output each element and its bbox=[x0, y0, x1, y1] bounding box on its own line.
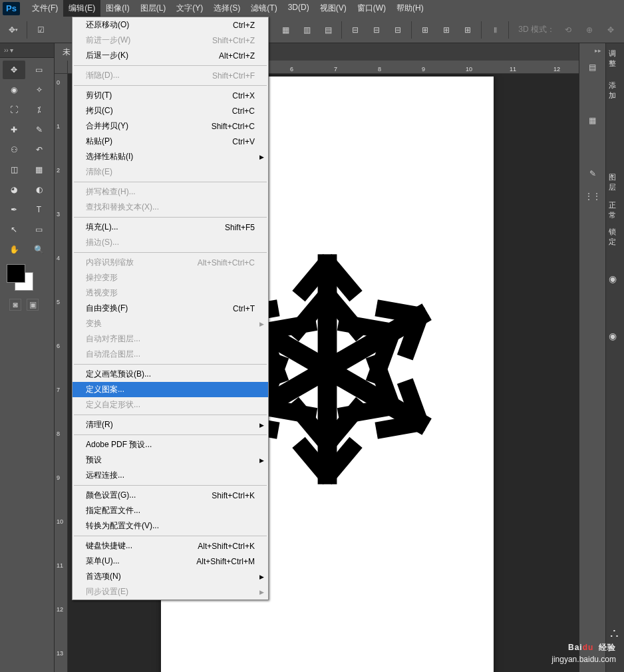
crop-tool[interactable]: ⛶ bbox=[3, 100, 25, 119]
move-tool[interactable]: ✥ bbox=[3, 61, 25, 79]
menu-separator bbox=[74, 252, 267, 253]
menu-item-后退一步K[interactable]: 后退一步(K)Alt+Ctrl+Z bbox=[73, 48, 268, 63]
path-select-tool[interactable]: ↖ bbox=[3, 220, 25, 239]
foreground-color-swatch[interactable] bbox=[7, 264, 25, 283]
menu-帮助[interactable]: 帮助(H) bbox=[391, 0, 429, 17]
menu-item-拷贝C[interactable]: 拷贝(C)Ctrl+C bbox=[73, 103, 268, 118]
adjustments-label[interactable]: 调整 bbox=[606, 46, 624, 71]
menu-编辑[interactable]: 编辑(E) bbox=[63, 0, 100, 17]
zoom-tool[interactable]: 🔍 bbox=[28, 240, 51, 259]
menu-item-指定配置文件[interactable]: 指定配置文件... bbox=[73, 503, 268, 518]
menu-item-定义画笔预设B[interactable]: 定义画笔预设(B)... bbox=[73, 367, 268, 382]
menu-item-首选项N[interactable]: 首选项(N)▶ bbox=[73, 569, 268, 584]
menu-视图[interactable]: 视图(V) bbox=[315, 0, 352, 17]
move-tool-icon[interactable]: ✥▾ bbox=[5, 22, 21, 38]
separator bbox=[341, 21, 342, 39]
menu-item-定义图案[interactable]: 定义图案... bbox=[73, 382, 268, 397]
menu-item-剪切T[interactable]: 剪切(T)Ctrl+X bbox=[73, 88, 268, 103]
menu-选择[interactable]: 选择(S) bbox=[208, 0, 245, 17]
eraser-tool[interactable]: ◫ bbox=[3, 160, 25, 179]
menu-item-自动混合图层: 自动混合图层... bbox=[73, 347, 268, 362]
menu-item-清除E: 清除(E) bbox=[73, 164, 268, 180]
menu-item-清理R[interactable]: 清理(R)▶ bbox=[73, 417, 268, 432]
distribute-icon[interactable]: ⊞ bbox=[417, 22, 433, 38]
distribute-icon[interactable]: ⊟ bbox=[347, 22, 363, 38]
distribute-icon[interactable]: ⊞ bbox=[460, 22, 476, 38]
menu-图像[interactable]: 图像(I) bbox=[100, 0, 134, 17]
panel-dock: ▸▸ ▤ ▦ ✎ ⋮⋮ bbox=[579, 43, 605, 672]
menu-item-自动对齐图层: 自动对齐图层... bbox=[73, 331, 268, 347]
marquee-tool[interactable]: ▭ bbox=[28, 61, 51, 79]
menu-item-填充L[interactable]: 填充(L)...Shift+F5 bbox=[73, 220, 268, 235]
menu-item-定义自定形状: 定义自定形状... bbox=[73, 397, 268, 413]
3d-roll-icon[interactable]: ⊕ bbox=[581, 22, 597, 38]
menubar: Ps 文件(F)编辑(E)图像(I)图层(L)文字(Y)选择(S)滤镜(T)3D… bbox=[0, 0, 624, 17]
brush-panel-icon[interactable]: ✎ bbox=[583, 164, 602, 183]
shape-tool[interactable]: ▭ bbox=[28, 220, 51, 239]
align-icon[interactable]: ▥ bbox=[299, 22, 315, 38]
history-brush-tool[interactable]: ↶ bbox=[28, 140, 51, 159]
menu-窗口[interactable]: 窗口(W) bbox=[352, 0, 391, 17]
auto-select-checkbox[interactable]: ☑ bbox=[33, 22, 49, 38]
eyedropper-tool[interactable]: ⁒ bbox=[28, 100, 51, 119]
toolbox-tab: ›› ▾ bbox=[0, 43, 54, 58]
align-icon[interactable]: ▤ bbox=[320, 22, 336, 38]
menu-item-还原移动O[interactable]: 还原移动(O)Ctrl+Z bbox=[73, 17, 268, 33]
quickmask-icon[interactable]: ◙ bbox=[9, 299, 21, 311]
menu-item-自由变换F[interactable]: 自由变换(F)Ctrl+T bbox=[73, 301, 268, 316]
collapse-icon[interactable]: ▸▸ bbox=[595, 47, 605, 54]
menu-3D[interactable]: 3D(D) bbox=[283, 0, 315, 17]
menu-item-Adobe PDF 预设[interactable]: Adobe PDF 预设... bbox=[73, 437, 268, 452]
history-panel-icon[interactable]: ▤ bbox=[583, 58, 602, 77]
lasso-tool[interactable]: ◉ bbox=[3, 81, 25, 99]
menu-separator bbox=[74, 182, 267, 182]
menu-滤镜[interactable]: 滤镜(T) bbox=[245, 0, 282, 17]
gradient-tool[interactable]: ▦ bbox=[28, 160, 51, 179]
screenmode-icon[interactable]: ▣ bbox=[27, 299, 39, 311]
align-icon[interactable]: ▦ bbox=[277, 22, 293, 38]
watermark: ∴ Baidu 经验 jingyan.baidu.com bbox=[551, 630, 616, 664]
arrange-icon[interactable]: ⫴ bbox=[487, 22, 503, 38]
ruler-corner bbox=[55, 61, 68, 74]
visibility-icon[interactable]: ◉ bbox=[606, 327, 624, 345]
menu-item-转换为配置文件V[interactable]: 转换为配置文件(V)... bbox=[73, 518, 268, 534]
visibility-icon[interactable]: ◉ bbox=[606, 269, 624, 288]
menu-item-键盘快捷键[interactable]: 键盘快捷键...Alt+Shift+Ctrl+K bbox=[73, 538, 268, 554]
actions-panel-icon[interactable]: ▦ bbox=[583, 111, 602, 130]
menu-图层[interactable]: 图层(L) bbox=[135, 0, 172, 17]
stamp-tool[interactable]: ⚇ bbox=[3, 140, 25, 159]
3d-mode-label: 3D 模式： bbox=[518, 24, 555, 35]
ruler-vertical: 012345678910111213 bbox=[55, 74, 68, 672]
brush-presets-icon[interactable]: ⋮⋮ bbox=[583, 187, 602, 206]
dodge-tool[interactable]: ◐ bbox=[28, 180, 51, 199]
pen-tool[interactable]: ✒ bbox=[3, 200, 25, 219]
menu-item-预设[interactable]: 预设▶ bbox=[73, 452, 268, 468]
menu-item-粘贴P[interactable]: 粘贴(P)Ctrl+V bbox=[73, 134, 268, 149]
menu-文件[interactable]: 文件(F) bbox=[27, 0, 63, 17]
menu-item-远程连接[interactable]: 远程连接... bbox=[73, 468, 268, 483]
type-tool[interactable]: T bbox=[28, 200, 51, 219]
3d-orbit-icon[interactable]: ⟲ bbox=[560, 22, 576, 38]
menu-item-颜色设置G[interactable]: 颜色设置(G)...Shift+Ctrl+K bbox=[73, 488, 268, 503]
add-label: 添加 bbox=[606, 71, 624, 103]
menu-文字[interactable]: 文字(Y) bbox=[171, 0, 208, 17]
menu-separator bbox=[74, 485, 267, 486]
color-swatches[interactable] bbox=[0, 261, 54, 295]
magic-wand-tool[interactable]: ✧ bbox=[28, 81, 51, 99]
menu-item-菜单U[interactable]: 菜单(U)...Alt+Shift+Ctrl+M bbox=[73, 554, 268, 569]
separator bbox=[27, 21, 27, 39]
distribute-icon[interactable]: ⊞ bbox=[438, 22, 454, 38]
3d-pan-icon[interactable]: ✥ bbox=[603, 22, 619, 38]
menu-item-合并拷贝Y[interactable]: 合并拷贝(Y)Shift+Ctrl+C bbox=[73, 118, 268, 134]
distribute-icon[interactable]: ⊟ bbox=[369, 22, 385, 38]
distribute-icon[interactable]: ⊟ bbox=[390, 22, 406, 38]
blend-mode[interactable]: 正常 bbox=[606, 195, 624, 223]
blur-tool[interactable]: ◕ bbox=[3, 180, 25, 199]
menu-item-变换: 变换▶ bbox=[73, 316, 268, 331]
lock-label: 锁定 bbox=[606, 223, 624, 250]
healing-tool[interactable]: ✚ bbox=[3, 120, 25, 139]
layers-label[interactable]: 图层 bbox=[606, 170, 624, 195]
hand-tool[interactable]: ✋ bbox=[3, 240, 25, 259]
menu-item-选择性粘贴I[interactable]: 选择性粘贴(I)▶ bbox=[73, 149, 268, 164]
brush-tool[interactable]: ✎ bbox=[28, 120, 51, 139]
